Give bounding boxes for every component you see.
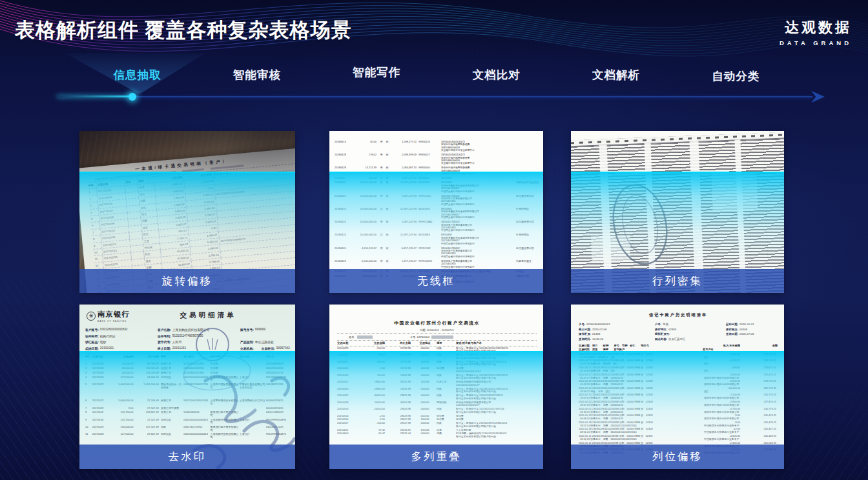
table-row: 5201910225,064,500.005,091,109.49商务借转指令—…	[85, 383, 290, 398]
table-row: 20180628178.02借转1,098,399.09998300273370…	[335, 154, 539, 165]
header-cell: 交易日期	[337, 341, 360, 345]
timeline-line	[132, 96, 812, 97]
table-row: 32019101840,000.00154,109.49普通汇兑62220600…	[85, 372, 290, 375]
table-row: 1020191219130,000.00157,107.49转账03017421…	[85, 426, 290, 432]
table-row: 2018062813,711.39借转1,084,687.7099830040深…	[335, 166, 539, 175]
table-row: 201804244,590,112.67借转6,697,135.279999C1…	[335, 247, 539, 259]
table-row: 2020-03-21 2303012901102256938 活期 00000 …	[579, 366, 778, 372]
scenario-card-borderless: 2018061350.00借转1,098,577.119983012633700…	[329, 131, 543, 293]
header-cell: 摘要	[161, 355, 183, 361]
table-row: 2020-01-18 2303012901102256938 活期 00000 …	[579, 421, 778, 427]
table-row: 2020-03-31 2303012901102256938 活期 00000 …	[579, 352, 778, 359]
table-row: 1120191220127,500.0029,607.49归还贷款0301300…	[85, 433, 290, 439]
scenario-label: 去水印	[79, 445, 295, 469]
table-row: 20160603-65.4729235.44000000消费POS消费：旗舰加油…	[337, 432, 537, 438]
table-row: 2018061350.00借转1,098,577.119983012633700…	[335, 141, 539, 152]
header-cell: 交易日期	[92, 355, 111, 361]
brand-logo: 达观数据 DATA GRAND	[780, 18, 852, 46]
table-row: 2020-02-15 2303012901102256938 活期 00000 …	[579, 393, 778, 399]
table-row: 201804245,500,000.00借转1,197,135.279999C2…	[335, 260, 539, 268]
tab-doc-compare[interactable]: 文档比对	[437, 67, 556, 83]
tab-smart-writing[interactable]: 智能写作	[317, 65, 437, 80]
header-cell: 凭证号	[266, 355, 290, 361]
header-cell: 交易金额	[111, 355, 135, 361]
header-cell: 本次余额	[388, 341, 413, 345]
timeline-arrow-icon	[811, 90, 825, 103]
table-row: 2016042219800.0039201.98105306代发工资苏州金华保险…	[337, 381, 537, 386]
field-line: 客户账号:0301260000002832客户名称:上海则构信息科技有限公司账号…	[85, 328, 290, 332]
table-row: 2020-01-18 2303012901102256938 活期 00000 …	[579, 427, 778, 434]
table-row: 920191130131,750.0027,107.49归还贷款03013002…	[85, 419, 290, 425]
table-row: 2018042410,000,000.00贷转11,087,247.946620…	[335, 181, 539, 193]
oval-stamp-icon	[604, 176, 676, 273]
table-row: 420191020127,500.0026,609.49归还贷款03013002…	[85, 376, 290, 382]
table-row: 20180521560.44贷转1,087,247.94666600476970…	[335, 177, 539, 180]
table-row: 22019101845,000.00114,109.49转消汇兑62220600…	[85, 367, 290, 370]
header-cell: 账户余额	[136, 355, 161, 361]
table-row: 2020-02-20 2303012901102256938 活期 00000 …	[579, 386, 778, 393]
table-row: 20160424-19800.0019431.98000000转账转付宝：携程支…	[337, 388, 537, 394]
doc-subtitle: 日期: 20160101 - 20160721	[337, 328, 537, 334]
module-tabs: 信息抽取 智能审核 智能写作 文档比对 文档解析 自动分类	[78, 67, 796, 83]
scenario-label: 行列密集	[571, 269, 784, 293]
table-row: 20160331-88.0020701.98000000转账转付宝：携程支付宝 …	[337, 354, 537, 359]
table-row: 2016042824000.0030654.98000000网银转账苏州金华保险…	[337, 401, 537, 407]
header-cell: 渠道/对方账号和户名	[456, 341, 537, 345]
brand-logo-en: DATA GRAND	[780, 39, 852, 46]
table-header-row: 交易日期 科目 钞种 序号 币种 钞汇 地区号 收入/支出金额余额	[579, 344, 778, 347]
header-cell: 序号	[85, 355, 92, 361]
table-row: 20160413-2.5019701.98001630短信费短信费 940310…	[337, 367, 537, 373]
table-row: 20160514-2.5028627.98105630短信费短信费	[337, 418, 537, 421]
redaction-box	[357, 335, 373, 339]
table-row: 20160425-40000.0029821.98000000转账转付宝：携程支…	[337, 394, 537, 400]
table-row: 2018042410,000,000.00借转1,087,247.949999C…	[335, 221, 539, 232]
card-number-label: 卡号: 62284064	[410, 335, 429, 339]
tab-doc-parsing[interactable]: 文档解析	[556, 67, 676, 83]
bank-logo: ❀ 南京银行 BANK OF NANJING	[87, 310, 130, 323]
header-field-column: 起始日期:2020-01-01操作网点:00106查询日期:2020-07-06	[726, 323, 778, 341]
table-row: 2020-02-02 2303012901102256938 活期 00000 …	[579, 400, 778, 406]
header-cell: 交易地点	[413, 341, 437, 345]
doc-title: 借记卡账户历史明细清单	[579, 312, 778, 318]
header-field-column: 户名:张东操作地区:02303授权柜员号:网点名称:自贡汇新支行	[655, 323, 726, 341]
brand-logo-cn: 达观数据	[780, 18, 852, 37]
table-row: 2020-03-12 2303012901102256938 活期 00000 …	[579, 373, 778, 379]
table-row: 2020-02-26 2303012901102256938 活期 00000 …	[579, 379, 778, 386]
table-row: 2020-02-01 2303012901102256938 活期 00000 …	[579, 407, 778, 414]
tab-auto-classify[interactable]: 自动分类	[676, 68, 796, 84]
table-row: 2020-03-21 2303012901102256938 活期 00000 …	[579, 359, 778, 365]
slide: 表格解析组件 覆盖各种复杂表格场景 达观数据 DATA GRAND 信息抽取 智…	[0, 0, 868, 480]
scenario-label: 无线框	[329, 269, 543, 293]
scenario-card-column-overlap: 中国农业银行苏州分行账户交易流水 日期: 20160101 - 20160721…	[329, 305, 543, 469]
header-field-column: 卡号:620003040055567截止日期:2020-07-06操作柜员:01…	[579, 323, 655, 341]
redaction-box	[431, 335, 453, 339]
bank-name: 南京银行	[98, 310, 130, 318]
doc-title: 中国农业银行苏州分行账户交易流水	[337, 320, 537, 326]
table-row: 2020-01-19 2303012901102256938 活期 00000 …	[579, 414, 778, 420]
table-header-row: 序号交易日期交易金额账户余额摘要对方账号对方户名对方行名凭证号备注	[85, 354, 290, 362]
table-row: 2018042410,000,000.00贷转11,087,247.946620…	[335, 208, 539, 219]
scenario-card-rotation-offset: 一本通/绿卡通交易明细（客户） 序号交易日期渠道摘要交易金额账户余额对方账户/备…	[79, 131, 295, 293]
table-row: 2020-01-11 2303012901102256938 活期 00000 …	[579, 434, 778, 441]
table-row: 12019101845,000.0069,109.49普通汇兑622206001…	[85, 363, 290, 366]
table-row: 20160411-900.0019711.98103509转账转付宝：携程支付宝…	[337, 361, 537, 366]
doc-title: 交易明细清单	[156, 311, 260, 320]
header-cell: 对方行名	[240, 355, 266, 361]
scenario-card-watermark-removal: ❀ 南京银行 BANK OF NANJING 交易明细清单 客户账号:03012…	[79, 305, 295, 469]
table-row: 20160419-100.0019401.98000000转账转付宝：携程支付宝…	[337, 374, 537, 380]
field-line: 证件种类:机构代码证证件号码:913101147480907390	[85, 334, 290, 338]
tab-smart-review[interactable]: 智能审核	[197, 67, 316, 83]
table-header-row: 交易时间 渠道 摘要 对方账户 对方户名	[579, 348, 778, 351]
timeline-active-segment	[57, 95, 133, 97]
field-line: 钞汇标志:现钞货币代号:人民币产品说明:单位活期存款	[85, 340, 290, 344]
name-label: 姓名:	[349, 335, 355, 339]
timeline-dot	[129, 93, 136, 101]
header-cell: 对方户名	[210, 355, 239, 361]
tab-info-extraction[interactable]: 信息抽取	[78, 67, 197, 83]
page-title: 表格解析组件 覆盖各种复杂表格场景	[15, 17, 352, 44]
table-row: 2018042410,000,000.00借转1,087,247.949999C…	[335, 195, 539, 206]
scenario-card-column-shift: 借记卡账户历史明细清单 卡号:620003040055567截止日期:2020-…	[571, 305, 784, 469]
table-row: 820191118131,750.00158,857.49普通汇兑5534508…	[85, 411, 290, 417]
table-row: 2018042410,000,000.00贷转11,087,247.946620…	[335, 234, 539, 245]
doc-meta-line: 姓名: 卡号: 62284064	[337, 335, 537, 341]
